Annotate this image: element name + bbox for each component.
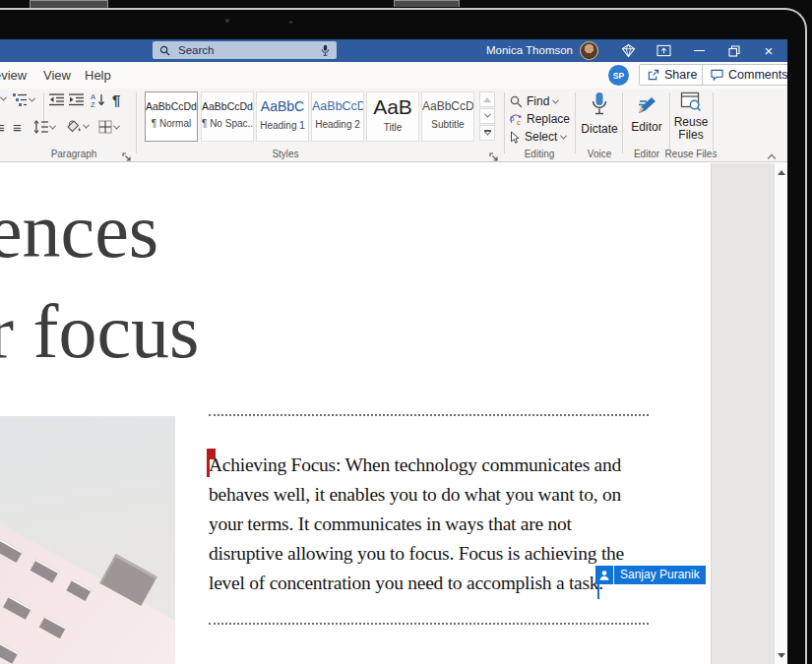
document-photo-building[interactable] <box>0 416 175 664</box>
style-item-heading1[interactable]: AaBbC Heading 1 <box>256 91 309 142</box>
reuse-files-button[interactable]: Reuse Files <box>671 91 711 142</box>
styles-gallery-more-button[interactable] <box>479 125 495 141</box>
ribbon-tab-row: eview View Help SP Share Comments <box>0 62 787 89</box>
style-item-normal[interactable]: AaBbCcDd ¶ Normal <box>145 91 198 142</box>
separator <box>575 92 576 153</box>
dictate-button[interactable]: Dictate <box>579 91 620 136</box>
hinge-tab <box>30 0 108 8</box>
tab-view[interactable]: View <box>43 62 71 89</box>
voice-group-label: Voice <box>579 149 620 159</box>
collaborator-flag: Sanjay Puranik <box>595 566 706 584</box>
style-sample: AaBbCcD <box>422 99 473 113</box>
camera-dot <box>289 21 292 24</box>
share-icon <box>648 69 659 81</box>
collaborator-name: Sanjay Puranik <box>614 566 706 584</box>
line-spacing-button[interactable] <box>33 120 55 134</box>
camera-dot <box>225 19 229 23</box>
reuse-files-icon <box>680 98 702 115</box>
ribbon-display-options-icon[interactable] <box>654 39 673 62</box>
find-icon <box>510 95 523 108</box>
document-page[interactable]: ences r focus Achieving Focus: When tech… <box>0 163 711 664</box>
comments-button[interactable]: Comments <box>702 64 787 86</box>
pilcrow-button[interactable]: ¶ <box>112 92 120 107</box>
styles-scroll-down-button[interactable] <box>479 108 495 124</box>
borders-button[interactable] <box>98 120 119 134</box>
word-app-window: Search Monica Thomson × eview View <box>0 39 787 664</box>
editing-group-label: Editing <box>510 149 569 159</box>
separator <box>713 92 714 153</box>
document-canvas: ences r focus Achieving Focus: When tech… <box>0 163 787 664</box>
style-item-heading2[interactable]: AaBbCcD Heading 2 <box>311 91 364 142</box>
vertical-scrollbar[interactable] <box>774 163 787 664</box>
tab-review[interactable]: eview <box>0 62 27 89</box>
style-sample: AaBbCcD <box>312 99 363 113</box>
device-frame: Search Monica Thomson × eview View <box>0 0 812 664</box>
style-item-no-spacing[interactable]: AaBbCcDd ¶ No Spac... <box>201 91 254 142</box>
reuse-files-group-label: Reuse Files <box>663 149 718 159</box>
dotted-divider <box>209 623 649 625</box>
editor-label: Editor <box>626 120 667 134</box>
search-icon <box>159 45 170 56</box>
style-label: ¶ No Spac... <box>202 118 253 129</box>
balcony-shape <box>99 554 156 606</box>
editor-group-label: Editor <box>626 149 667 159</box>
align-justify-icon[interactable]: ≡ <box>13 120 22 135</box>
dictate-mic-icon <box>591 104 608 121</box>
style-label: Title <box>367 122 418 133</box>
align-left-icon[interactable]: ≡ <box>0 120 5 135</box>
find-button[interactable]: Find <box>510 93 558 109</box>
shading-button[interactable] <box>65 119 89 134</box>
replace-icon: bc <box>510 113 523 126</box>
styles-scroll-up-button[interactable] <box>479 91 495 107</box>
search-input[interactable]: Search <box>153 41 337 59</box>
style-item-title[interactable]: AaB Title <box>366 91 419 142</box>
multilevel-list-button[interactable] <box>13 92 34 106</box>
account-user-name[interactable]: Monica Thomson <box>455 39 573 62</box>
bullet-list-chevron-icon[interactable] <box>1 96 6 101</box>
scroll-up-button[interactable] <box>777 167 786 177</box>
person-icon <box>595 566 614 584</box>
style-label: ¶ Normal <box>146 118 197 129</box>
styles-group-label: Styles <box>246 149 325 159</box>
replace-button[interactable]: bc Replace <box>510 111 570 127</box>
style-item-subtitle[interactable]: AaBbCcD Subtitle <box>421 91 474 142</box>
ribbon: AZ ¶ ≡ ≡ Paragraph <box>0 89 787 162</box>
sort-button[interactable]: AZ <box>91 92 105 107</box>
presence-badge[interactable]: SP <box>608 65 629 86</box>
doc-heading-line: ences <box>0 193 158 270</box>
paragraph-line: level of concentration you need to accom… <box>209 573 603 594</box>
paragraph-group-label: Paragraph <box>30 149 118 159</box>
indent-decrease-button[interactable] <box>49 93 64 106</box>
doc-heading-line: r focus <box>0 293 199 370</box>
style-sample: AaB <box>367 95 418 119</box>
voice-search-mic-icon[interactable] <box>321 44 330 57</box>
comments-label: Comments <box>728 68 787 82</box>
collaborator-caret <box>597 584 599 599</box>
restore-button[interactable] <box>724 39 744 62</box>
tab-help[interactable]: Help <box>85 62 111 89</box>
style-sample: AaBbCcDd <box>146 100 197 112</box>
find-label: Find <box>527 94 549 108</box>
minimize-button[interactable] <box>689 39 709 62</box>
separator <box>136 92 137 153</box>
replace-label: Replace <box>527 112 570 126</box>
avatar[interactable] <box>580 41 598 60</box>
style-label: Subtitle <box>422 119 473 130</box>
svg-text:c: c <box>517 118 521 126</box>
style-label: Heading 1 <box>257 120 308 131</box>
style-label: Heading 2 <box>312 119 363 130</box>
separator <box>622 92 623 153</box>
comment-icon <box>711 69 723 81</box>
dotted-divider <box>209 414 649 416</box>
title-bar: Search Monica Thomson × <box>0 39 787 62</box>
select-button[interactable]: Select <box>510 129 566 145</box>
close-button[interactable]: × <box>759 39 779 62</box>
editor-button[interactable]: Editor <box>626 93 667 134</box>
hinge-tab <box>394 0 460 7</box>
indent-increase-button[interactable] <box>69 93 84 106</box>
share-button[interactable]: Share <box>639 64 706 86</box>
select-cursor-icon <box>510 131 521 144</box>
scroll-down-button[interactable] <box>777 650 786 660</box>
editor-pencil-icon <box>636 102 658 119</box>
select-label: Select <box>525 130 557 144</box>
